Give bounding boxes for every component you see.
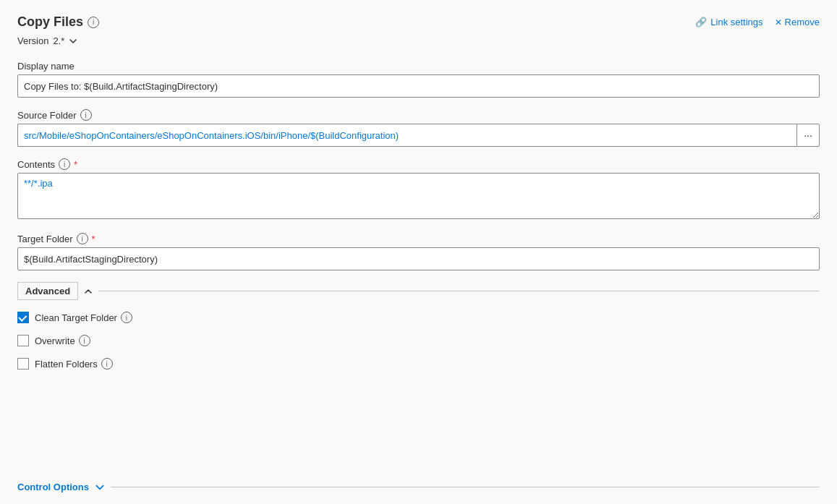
advanced-divider [98,291,820,291]
target-folder-info-icon[interactable]: i [77,233,88,244]
overwrite-info-icon[interactable]: i [79,335,90,346]
flatten-folders-checkbox[interactable] [17,358,29,370]
display-name-group: Display name [17,61,820,98]
flatten-folders-group: Flatten Folders i [17,358,820,370]
display-name-label-row: Display name [17,61,820,72]
remove-x-icon: ✕ [775,17,782,27]
target-folder-label-row: Target Folder i * [17,233,820,244]
title-info-icon[interactable]: i [88,17,99,28]
version-label: Version [17,35,48,46]
clean-target-folder-label-row: Clean Target Folder i [35,312,132,323]
contents-group: Contents i * **/*.ipa [17,158,820,221]
control-options-chevron-icon [95,482,105,492]
advanced-chevron-icon [84,287,93,296]
header-actions: 🔗 Link settings ✕ Remove [695,17,820,27]
source-folder-browse-button[interactable]: ··· [796,124,820,147]
contents-label: Contents [17,159,55,170]
version-row: Version 2.* [17,35,820,46]
control-options-divider [111,487,820,487]
source-folder-label: Source Folder [17,110,77,121]
control-options-row[interactable]: Control Options [17,482,820,492]
target-folder-input[interactable] [17,247,820,270]
title-row: Copy Files i [17,14,99,30]
overwrite-group: Overwrite i [17,335,820,346]
overwrite-checkbox[interactable] [17,335,29,346]
clean-target-folder-label: Clean Target Folder [35,312,117,323]
page-title: Copy Files [17,14,83,30]
advanced-header[interactable]: Advanced [17,282,820,300]
source-folder-label-row: Source Folder i [17,109,820,121]
flatten-folders-label: Flatten Folders [35,359,98,370]
control-options-label: Control Options [17,482,89,492]
link-icon: 🔗 [695,17,707,27]
target-folder-required-star: * [92,234,95,244]
version-chevron-icon[interactable] [69,37,77,46]
link-settings-button[interactable]: 🔗 Link settings [695,17,762,27]
advanced-section: Advanced Clean Target Folder i Overwrite… [17,282,820,370]
remove-button[interactable]: ✕ Remove [775,17,820,27]
source-folder-info-icon[interactable]: i [80,109,92,121]
flatten-folders-info-icon[interactable]: i [101,358,113,370]
overwrite-label-row: Overwrite i [35,335,90,346]
clean-target-folder-group: Clean Target Folder i [17,312,820,323]
link-settings-label: Link settings [710,17,762,27]
remove-label: Remove [785,17,820,27]
clean-target-folder-info-icon[interactable]: i [121,312,132,323]
target-folder-group: Target Folder i * [17,233,820,270]
source-folder-input[interactable] [17,124,796,147]
version-value: 2.* [53,35,64,46]
target-folder-label: Target Folder [17,234,73,244]
main-container: Copy Files i 🔗 Link settings ✕ Remove Ve… [0,0,837,504]
contents-info-icon[interactable]: i [59,158,70,170]
advanced-label: Advanced [17,282,78,300]
contents-textarea[interactable]: **/*.ipa [17,173,820,219]
display-name-input[interactable] [17,74,820,98]
header-row: Copy Files i 🔗 Link settings ✕ Remove [17,14,820,30]
display-name-label: Display name [17,61,75,72]
contents-label-row: Contents i * [17,158,820,170]
contents-required-star: * [74,159,77,170]
source-folder-input-row: ··· [17,124,820,147]
source-folder-group: Source Folder i ··· [17,109,820,147]
clean-target-folder-checkbox[interactable] [17,312,29,323]
overwrite-label: Overwrite [35,336,75,346]
flatten-folders-label-row: Flatten Folders i [35,358,113,370]
